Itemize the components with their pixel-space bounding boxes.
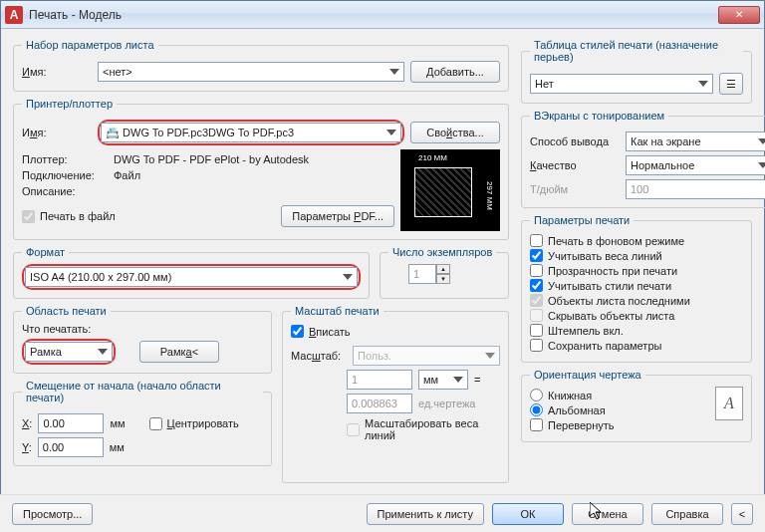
x-label: X: [22, 417, 32, 429]
shade-mode-select[interactable]: Как на экране [626, 132, 765, 151]
connection-value: Файл [114, 169, 140, 181]
y-unit: мм [110, 441, 125, 453]
cancel-button[interactable]: Отмена [572, 503, 643, 525]
copies-group: Число экземпляров ▲▼ [380, 246, 509, 299]
copies-down: ▼ [436, 274, 450, 284]
window-pick-button[interactable]: Рамка< [139, 341, 219, 363]
scale-label: Масштаб: [291, 350, 347, 362]
copies-up: ▲ [436, 264, 450, 274]
orient-upside-down[interactable]: Перевернуть [530, 418, 715, 431]
scale-num-input [347, 370, 412, 390]
opt-transparency[interactable]: Прозрачность при печати [530, 264, 743, 277]
ok-button[interactable]: ОК [492, 503, 564, 525]
plot-area-group: Область печати Что печатать: Рамка Рамка… [13, 305, 272, 374]
preview-height-label: 297 MM [485, 181, 494, 210]
opt-save[interactable]: Сохранить параметры [530, 339, 743, 352]
orientation-legend: Ориентация чертежа [530, 369, 645, 381]
offset-group: Смещение от начала (начало области печат… [13, 380, 272, 466]
add-page-setup-button[interactable]: Добавить... [410, 61, 500, 83]
opt-hide-paperspace: Скрывать объекты листа [530, 309, 743, 322]
y-label: Y: [22, 441, 32, 453]
close-button[interactable]: ✕ [718, 6, 760, 24]
app-icon: A [5, 6, 23, 24]
dpi-input [626, 179, 765, 199]
opt-lineweights[interactable]: Учитывать веса линий [530, 249, 743, 262]
equals-label: = [474, 374, 480, 386]
x-offset-input[interactable] [38, 413, 104, 433]
opt-paperspace-last: Объекты листа последними [530, 294, 743, 307]
opt-styles[interactable]: Учитывать стили печати [530, 279, 743, 292]
orient-portrait[interactable]: Книжная [530, 389, 715, 401]
plot-style-edit-button[interactable]: ☰ [719, 73, 743, 95]
scale-group: Масштаб печати Вписать Масштаб: Польз. м… [282, 305, 509, 483]
center-checkbox[interactable]: Центрировать [149, 417, 239, 430]
plot-style-select[interactable]: Нет [530, 74, 713, 94]
scale-legend: Масштаб печати [291, 305, 383, 317]
x-unit: мм [110, 417, 125, 429]
window-title: Печать - Модель [29, 8, 718, 22]
page-setup-name-label: Имя: [22, 66, 92, 78]
print-to-file-checkbox: Печать в файл [22, 210, 116, 223]
preview-button[interactable]: Просмотр... [12, 503, 93, 525]
printer-properties-button[interactable]: Свойства... [410, 122, 500, 143]
opt-background[interactable]: Печать в фоновом режиме [530, 234, 743, 247]
offset-legend: Смещение от начала (начало области печат… [22, 380, 263, 403]
scale-select: Польз. [353, 346, 500, 366]
paper-size-legend: Формат [22, 246, 69, 258]
page-setup-group: Набор параметров листа Имя: <нет> Добави… [13, 39, 509, 92]
what-to-plot-select[interactable]: Рамка [25, 342, 113, 362]
orientation-group: Ориентация чертежа Книжная Альбомная Пер… [521, 369, 752, 442]
drawing-unit-label: ед.чертежа [418, 398, 475, 409]
plot-options-legend: Параметры печати [530, 214, 634, 226]
printer-name-label: Имя: [22, 127, 92, 138]
plot-styles-legend: Таблица стилей печати (назначение перьев… [530, 39, 743, 63]
apply-button[interactable]: Применить к листу [367, 503, 485, 525]
preview-width-label: 210 MM [418, 153, 447, 162]
opt-stamp[interactable]: Штемпель вкл. [530, 324, 743, 337]
orient-landscape[interactable]: Альбомная [530, 403, 715, 416]
connection-label: Подключение: [22, 169, 108, 181]
scale-unit-select[interactable]: мм [418, 370, 468, 390]
page-setup-legend: Набор параметров листа [22, 39, 158, 51]
plot-area-legend: Область печати [22, 305, 111, 317]
orientation-icon: A [715, 387, 743, 420]
shade-mode-label: Способ вывода [530, 135, 620, 147]
dpi-label: Т/дюйм [530, 183, 620, 195]
copies-legend: Число экземпляров [388, 246, 496, 258]
paper-preview: 210 MM 297 MM [400, 149, 500, 231]
page-setup-name-select[interactable]: <нет> [98, 62, 404, 82]
paper-size-select[interactable]: ISO A4 (210.00 x 297.00 мм) [25, 267, 358, 287]
shaded-viewport-group: ВЭкраны с тонированием Способ выводаКак … [521, 110, 765, 208]
plotter-value: DWG To PDF - PDF ePlot - by Autodesk [114, 153, 309, 165]
scale-den-input [347, 394, 412, 413]
description-label: Описание: [22, 185, 108, 197]
quality-label: Качество [530, 159, 620, 171]
help-button[interactable]: Справка [651, 503, 723, 525]
scale-lineweights-checkbox: Масштабировать веса линий [347, 417, 500, 441]
title-bar: A Печать - Модель ✕ [1, 1, 764, 29]
printer-name-select[interactable]: 📇 DWG To PDF.pc3DWG To PDF.pc3 [101, 123, 401, 142]
copies-input [408, 264, 436, 284]
what-to-plot-label: Что печатать: [22, 323, 263, 335]
expand-button[interactable]: < [731, 503, 753, 525]
plot-styles-group: Таблица стилей печати (назначение перьев… [521, 39, 752, 104]
paper-size-group: Формат ISO A4 (210.00 x 297.00 мм) [13, 246, 370, 299]
printer-group: Принтер/плоттер Имя: 📇 DWG To PDF.pc3DWG… [13, 98, 509, 240]
printer-legend: Принтер/плоттер [22, 98, 117, 110]
pdf-params-button[interactable]: Параметры PDF... [281, 205, 394, 227]
quality-select[interactable]: Нормальное [626, 155, 765, 175]
fit-checkbox[interactable]: Вписать [291, 325, 500, 338]
shaded-viewport-legend: ВЭкраны с тонированием [530, 110, 668, 122]
plotter-label: Плоттер: [22, 153, 108, 165]
plot-options-group: Параметры печати Печать в фоновом режиме… [521, 214, 752, 363]
y-offset-input[interactable] [38, 437, 104, 457]
